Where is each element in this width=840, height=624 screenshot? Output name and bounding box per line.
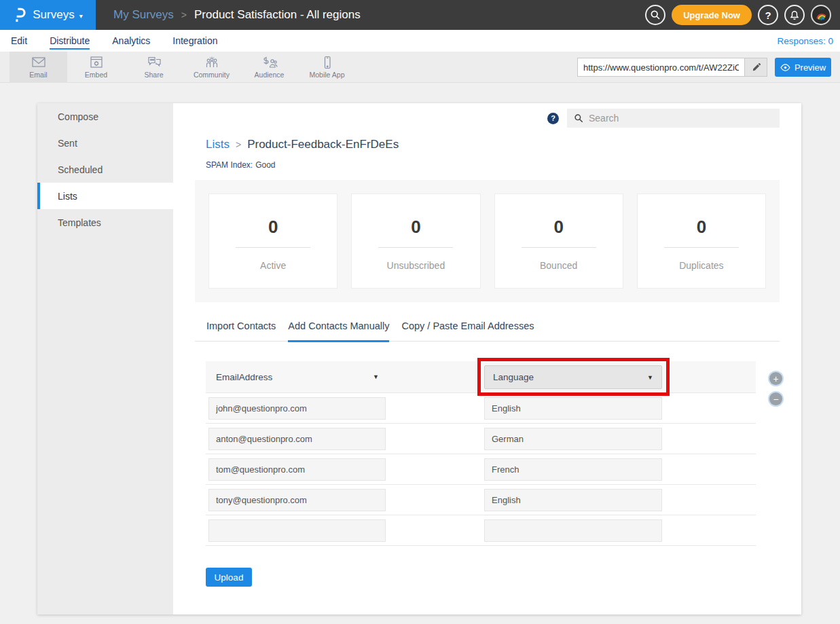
email-icon bbox=[31, 56, 47, 69]
upgrade-now-button[interactable]: Upgrade Now bbox=[672, 5, 752, 25]
toolbar-item-embed[interactable]: Embed bbox=[67, 52, 125, 83]
row-controls: + − bbox=[769, 372, 782, 405]
upload-button[interactable]: Upload bbox=[206, 568, 252, 587]
help-icon[interactable]: ? bbox=[547, 113, 559, 124]
contacts-tabs: Import Contacts Add Contacts Manually Co… bbox=[195, 320, 780, 342]
contact-row bbox=[206, 485, 756, 515]
stat-card-bounced: 0 Bounced bbox=[494, 194, 623, 289]
language-field[interactable] bbox=[484, 458, 662, 481]
remove-row-button[interactable]: − bbox=[769, 392, 782, 405]
tab-distribute[interactable]: Distribute bbox=[50, 35, 90, 46]
tab-edit[interactable]: Edit bbox=[11, 35, 27, 46]
contacts-grid: EmailAddress ▼ Language ▼ bbox=[206, 361, 756, 546]
search-icon bbox=[574, 113, 583, 123]
stat-value: 0 bbox=[268, 217, 278, 238]
top-bar: Surveys ▾ My Surveys > Product Satisfact… bbox=[0, 0, 840, 30]
sidebar-item-compose[interactable]: Compose bbox=[37, 103, 173, 130]
email-sidebar: Compose Sent Scheduled Lists Templates bbox=[37, 103, 173, 614]
mobile-app-icon bbox=[319, 56, 335, 69]
notifications-icon[interactable] bbox=[784, 5, 805, 25]
toolbar-item-mobile-app[interactable]: Mobile App bbox=[298, 52, 356, 83]
language-field[interactable] bbox=[484, 397, 662, 420]
product-switcher[interactable]: Surveys ▾ bbox=[0, 0, 96, 30]
chevron-down-icon: ▾ bbox=[79, 12, 83, 20]
preview-button[interactable]: Preview bbox=[775, 58, 831, 77]
stat-label: Unsubscribed bbox=[387, 260, 445, 271]
stat-label: Bounced bbox=[540, 260, 577, 271]
survey-title: Product Satisfaction - All regions bbox=[194, 8, 361, 22]
email-column-dropdown[interactable]: EmailAddress ▼ bbox=[216, 372, 379, 382]
breadcrumb-current-list: Product-Feedback-EnFrDeEs bbox=[247, 138, 399, 151]
distribute-toolbar: Email Embed Share bbox=[0, 52, 840, 83]
help-icon[interactable]: ? bbox=[758, 5, 778, 25]
add-row-button[interactable]: + bbox=[769, 372, 782, 385]
stat-value: 0 bbox=[553, 217, 563, 238]
tab-analytics[interactable]: Analytics bbox=[112, 35, 150, 46]
stat-label: Active bbox=[260, 260, 286, 271]
email-field[interactable] bbox=[208, 519, 386, 542]
breadcrumb-my-surveys[interactable]: My Surveys bbox=[113, 8, 174, 22]
breadcrumb: My Surveys > Product Satisfaction - All … bbox=[113, 8, 361, 22]
language-field[interactable] bbox=[484, 428, 662, 450]
toolbar-item-share[interactable]: Share bbox=[125, 52, 183, 83]
eye-icon bbox=[780, 64, 790, 71]
contact-row bbox=[206, 454, 756, 485]
toolbar-item-community[interactable]: Community bbox=[183, 52, 240, 83]
tab-import-contacts[interactable]: Import Contacts bbox=[206, 320, 276, 341]
email-field[interactable] bbox=[208, 428, 386, 450]
stat-label: Duplicates bbox=[679, 260, 723, 271]
tab-add-contacts-manually[interactable]: Add Contacts Manually bbox=[288, 320, 389, 342]
list-stats: 0 Active 0 Unsubscribed 0 Bounced 0 Dupl… bbox=[195, 180, 780, 302]
list-search-box bbox=[567, 109, 780, 128]
lists-content: ? Lists > Product-Feedback-EnFrDeEs SPAM… bbox=[173, 103, 801, 614]
contact-row bbox=[206, 393, 756, 424]
language-column-dropdown[interactable]: Language ▼ bbox=[484, 365, 662, 389]
topbar-actions: Upgrade Now ? bbox=[645, 5, 831, 25]
sidebar-item-scheduled[interactable]: Scheduled bbox=[37, 156, 173, 183]
sidebar-item-templates[interactable]: Templates bbox=[37, 209, 173, 236]
language-field[interactable] bbox=[484, 489, 662, 511]
stat-card-active: 0 Active bbox=[208, 194, 337, 289]
survey-url-input[interactable] bbox=[577, 58, 744, 77]
edit-url-button[interactable] bbox=[744, 58, 767, 77]
stat-value: 0 bbox=[697, 217, 706, 238]
survey-nav: Edit Distribute Analytics Integration Re… bbox=[0, 30, 840, 52]
contact-row bbox=[206, 424, 756, 454]
toolbar-item-audience[interactable]: Audience bbox=[240, 52, 298, 83]
dropdown-caret-icon: ▼ bbox=[373, 373, 379, 380]
search-input[interactable] bbox=[589, 113, 773, 124]
spam-index: SPAM Index:Good bbox=[206, 160, 780, 170]
list-breadcrumb: Lists > Product-Feedback-EnFrDeEs bbox=[206, 138, 780, 151]
share-icon bbox=[146, 56, 162, 69]
email-lists-panel: Compose Sent Scheduled Lists Templates ?… bbox=[37, 103, 801, 614]
survey-url-group bbox=[577, 58, 767, 77]
stat-card-unsubscribed: 0 Unsubscribed bbox=[351, 194, 480, 289]
dropdown-caret-icon: ▼ bbox=[647, 374, 653, 381]
user-avatar[interactable] bbox=[811, 5, 831, 25]
toolbar-item-email[interactable]: Email bbox=[10, 52, 67, 83]
tab-integration[interactable]: Integration bbox=[172, 35, 217, 46]
email-field[interactable] bbox=[208, 489, 386, 511]
stat-value: 0 bbox=[411, 217, 420, 238]
tab-copy-paste-email-addresses[interactable]: Copy / Paste Email Addresses bbox=[401, 320, 534, 341]
community-icon bbox=[204, 56, 220, 69]
sidebar-item-sent[interactable]: Sent bbox=[37, 130, 173, 156]
audience-icon bbox=[261, 56, 278, 69]
grid-header-row: EmailAddress ▼ Language ▼ bbox=[206, 361, 756, 393]
questionpro-logo-icon bbox=[13, 6, 28, 24]
email-field[interactable] bbox=[208, 397, 386, 420]
product-name: Surveys bbox=[33, 8, 74, 22]
email-field[interactable] bbox=[208, 458, 386, 481]
embed-icon bbox=[88, 56, 105, 69]
contact-row bbox=[206, 515, 756, 546]
responses-count: Responses: 0 bbox=[777, 36, 833, 46]
breadcrumb-separator: > bbox=[236, 139, 241, 150]
sidebar-item-lists[interactable]: Lists bbox=[37, 183, 173, 209]
breadcrumb-separator: > bbox=[181, 10, 187, 20]
breadcrumb-lists-link[interactable]: Lists bbox=[206, 138, 230, 151]
stat-card-duplicates: 0 Duplicates bbox=[637, 194, 766, 289]
search-icon[interactable] bbox=[645, 5, 665, 25]
language-field[interactable] bbox=[484, 519, 662, 542]
